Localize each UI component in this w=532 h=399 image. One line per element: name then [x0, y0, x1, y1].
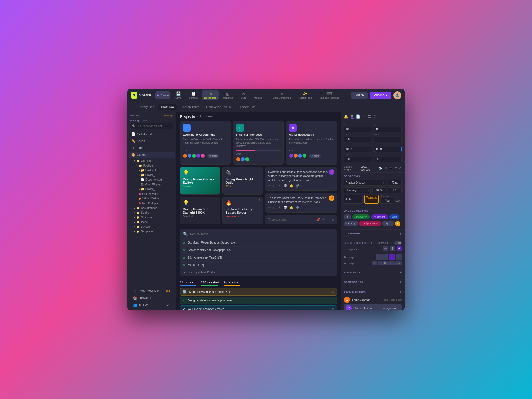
tree-pink-blowout[interactable]: Pink Blowout	[127, 191, 176, 196]
font-dropdown[interactable]: Playfair Display ▾	[344, 180, 386, 186]
add-new-button[interactable]: Add new	[200, 114, 213, 118]
notif-close-2[interactable]: ✕	[332, 308, 334, 310]
list-item-2[interactable]: ⊕ 10th Anniversary Tea Gift Tin	[180, 254, 337, 262]
toggle-pill[interactable]	[394, 241, 402, 245]
tree-icons[interactable]: ▸ 📁 Icons	[127, 220, 176, 224]
tab-draft-two[interactable]: Draft Two	[158, 104, 177, 110]
status-value[interactable]: Warn. ⚠	[364, 195, 379, 204]
nav-colors[interactable]: 🎨 Colors	[129, 152, 175, 158]
badge-monitor[interactable]: 🖥	[344, 214, 351, 219]
pin-tool[interactable]: 📌	[316, 218, 320, 221]
tab-onhovered[interactable]: Onhovered Tab ✕	[203, 104, 234, 110]
bell-panel-icon[interactable]: 🔔	[344, 114, 348, 119]
more-badge-2[interactable]: +4 more	[309, 154, 321, 158]
templates-header[interactable]: TEMPLATES +	[344, 270, 402, 275]
add-component-tool[interactable]: ⊕ Add Component	[271, 90, 294, 100]
tag-icon[interactable]: 🏷	[273, 184, 276, 188]
card-menu-1[interactable]: ···	[278, 123, 282, 128]
badge-figma[interactable]: Figma	[382, 221, 394, 226]
tree-folder3[interactable]: ▸ 📁 Folder_3	[127, 187, 176, 191]
nav-components[interactable]: ⊞ COMPONENTS 124	[130, 288, 173, 295]
autofix-tool[interactable]: ✨ Autofix Tools	[296, 90, 314, 100]
manage-link[interactable]: Manage	[164, 114, 173, 117]
size2-value[interactable]: H1	[388, 187, 402, 193]
customers-header[interactable]: CUSTOMERS +	[344, 231, 402, 236]
sidebar-search[interactable]: 🔍 File, folder or project	[130, 123, 173, 129]
coord-skew-value[interactable]: 360	[374, 157, 402, 162]
team-member-1[interactable]: UO User Onhovered Assign task ▾	[344, 304, 402, 310]
module-tool[interactable]: ⋮⋮ Module	[252, 90, 264, 100]
fill-image-icon[interactable]: ⤒	[390, 246, 395, 251]
coord-x-value[interactable]: 168	[344, 127, 372, 132]
keyboard-tool[interactable]: ⌨ Keyboard Settings	[317, 90, 342, 100]
tree-gradients[interactable]: ▾ 📁 Gradients	[127, 158, 176, 163]
nav-styles[interactable]: ✏️ Styles	[129, 138, 175, 144]
badges-header[interactable]: BADGES SECTION ⋯	[344, 209, 402, 213]
search-input-row[interactable]: 🔍	[180, 229, 337, 239]
tree-folder2[interactable]: ▾ 📁 Folder_2	[127, 173, 176, 177]
fmt-strike[interactable]: ~~	[395, 261, 402, 265]
tab-episode-five[interactable]: Episode Five	[235, 104, 258, 110]
tree-folder1[interactable]: ▸ 📁 Folder_1	[127, 168, 176, 173]
font-size-value[interactable]: 72 pt.	[388, 180, 402, 186]
fmt-bold[interactable]: B	[372, 261, 377, 265]
nav-teams[interactable]: 👥 TEAMS ⚙	[130, 302, 173, 308]
tab-close-icon[interactable]: ✕	[229, 106, 231, 109]
align-left[interactable]: ≡	[376, 254, 382, 260]
tree-shadows[interactable]: ▸ 📁 Shadows	[127, 215, 176, 220]
customers-add-icon[interactable]: +	[400, 231, 402, 236]
tree-backgrounds[interactable]: ▸ 📁 Backgrounds	[127, 206, 176, 210]
edit-icon[interactable]: ✏	[268, 184, 271, 188]
tree-yellow-mellow[interactable]: Yellow Mellow	[127, 196, 176, 201]
badge-add[interactable]: +	[395, 221, 400, 226]
badge-onhovered[interactable]: Onhovered	[352, 214, 370, 219]
content-tool[interactable]: 📋 Content	[186, 90, 200, 100]
tree-stroke[interactable]: ▸ 📁 Stroke	[127, 210, 176, 215]
link-icon[interactable]: 🔗	[296, 184, 300, 188]
columns-tool[interactable]: ▦ Columns	[221, 90, 235, 100]
type-area[interactable]: Type to start... 📌 👁 ⋮ ⊞	[265, 215, 337, 224]
list-item-0[interactable]: ⊕ Six Month Flower Bouquet Subscription	[180, 239, 337, 247]
tree-templates[interactable]: ▸ 📁 Templates	[127, 229, 176, 234]
more-badge-0[interactable]: +8 more	[207, 154, 219, 158]
scale-value[interactable]: 100%	[372, 187, 386, 193]
gear-icon-panel[interactable]: ⚙	[399, 167, 402, 170]
fmt-sup[interactable]: T↑	[388, 261, 395, 265]
nav-grid[interactable]: ⊞ Grid	[129, 145, 175, 151]
team-add-icon[interactable]: +	[400, 290, 402, 294]
device-icon-panel[interactable]: 📱	[389, 167, 393, 170]
components-header[interactable]: COMPONENTS +	[344, 280, 402, 284]
coord-sin-value[interactable]: 0.00	[344, 137, 372, 142]
templates-add-icon[interactable]: +	[400, 270, 402, 275]
style-dropdown[interactable]: Heading ▾	[344, 187, 371, 193]
coord-y-value[interactable]: 168	[374, 127, 402, 132]
eye-icon[interactable]: 👁	[278, 184, 281, 188]
device-menu-1[interactable]: ···	[257, 169, 260, 174]
checked-val[interactable]: Yes	[380, 198, 394, 204]
align-justify[interactable]: ≡	[396, 254, 402, 260]
filter-row[interactable]: ▼ Filter by date & Product	[180, 269, 337, 276]
assign-task-button[interactable]: Assign task ▾	[381, 306, 400, 310]
coord-h-value[interactable]: 1200	[374, 147, 402, 152]
dropdowns-more[interactable]: ⋯	[398, 174, 402, 178]
window-panel-icon[interactable]: 🗔	[368, 114, 371, 119]
device-menu-0[interactable]: ···	[214, 169, 218, 174]
quilt-tool[interactable]: ⊠ Quilt	[237, 90, 249, 100]
monitor-icon[interactable]: 🖥	[384, 167, 387, 170]
nav-get-started[interactable]: 📄 Get started	[129, 131, 175, 137]
tree-photo[interactable]: 🖼 Photo01.png	[127, 182, 176, 187]
team-header[interactable]: TEAM MEMBERS +	[344, 290, 402, 294]
tab-section-three[interactable]: Section Three	[178, 104, 202, 110]
badges-more[interactable]: ⋯	[398, 209, 402, 213]
dropdowns-header[interactable]: DROPDOWS ⋯	[344, 174, 402, 178]
mode-dropdown[interactable]: Auto ▾	[344, 195, 363, 204]
list-item-3[interactable]: ⊕ Make Up Bag	[180, 262, 337, 269]
doc-panel-icon[interactable]: 📄	[356, 114, 360, 119]
badge-web[interactable]: Web	[389, 214, 399, 219]
save-tool[interactable]: 💾 Save	[172, 90, 184, 100]
tag-icon-1[interactable]: 🏷	[273, 206, 276, 209]
mail-panel-icon[interactable]: ✉	[362, 114, 365, 119]
eye-tool[interactable]: 👁	[322, 218, 325, 221]
card-menu-0[interactable]: ···	[225, 123, 228, 128]
coord-cos-value[interactable]: 0.00	[344, 157, 372, 162]
